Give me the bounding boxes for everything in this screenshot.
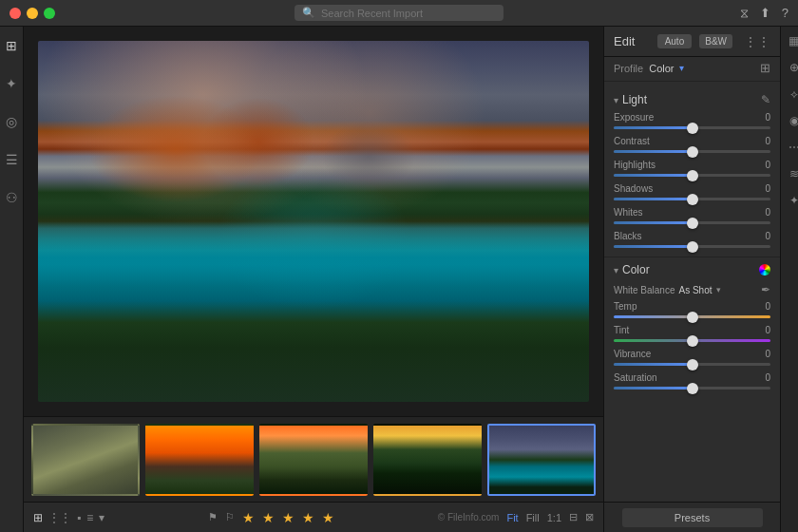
color-section-label: Color	[622, 263, 650, 276]
shadows-track[interactable]	[614, 198, 770, 200]
vibrance-value: 0	[765, 349, 770, 359]
profile-grid-icon[interactable]: ⊞	[760, 61, 770, 75]
titlebar: 🔍 ⧖ ⬆ ?	[0, 0, 798, 27]
adjust-icon[interactable]: ⊕	[789, 61, 799, 74]
photo-viewer	[24, 27, 603, 416]
traffic-lights	[10, 8, 55, 19]
whites-thumb[interactable]	[687, 218, 698, 229]
blacks-thumb[interactable]	[687, 241, 698, 253]
whites-label: Whites	[614, 207, 643, 218]
search-bar[interactable]: 🔍	[294, 5, 504, 21]
saturation-value: 0	[765, 372, 770, 383]
star-5[interactable]: ★	[322, 510, 334, 525]
detail-icon[interactable]: ⟡	[790, 87, 798, 101]
star-2[interactable]: ★	[262, 510, 275, 525]
star-3[interactable]: ★	[282, 510, 294, 525]
profile-label: Profile	[614, 63, 643, 74]
exposure-track[interactable]	[614, 126, 770, 129]
blacks-track[interactable]	[614, 245, 770, 248]
thumbnail-3[interactable]	[259, 424, 368, 496]
temp-thumb[interactable]	[687, 312, 698, 323]
shadows-value: 0	[765, 183, 770, 194]
tint-track[interactable]	[614, 339, 770, 342]
tint-thumb[interactable]	[687, 335, 698, 347]
help-icon[interactable]: ?	[782, 6, 788, 20]
panel-menu-icon[interactable]: ⋮⋮	[744, 34, 770, 49]
bottombar: ⊞ ⋮⋮ ▪ ≡ ▾ ⚑ ⚐ ★ ★ ★ ★ ★ © FileInfo.com …	[24, 502, 603, 532]
sidebar-icon-library[interactable]: ⊞	[0, 34, 23, 57]
view-icon-lg[interactable]: ⊠	[585, 511, 594, 523]
light-edit-icon[interactable]: ✎	[761, 93, 770, 106]
ratio-label[interactable]: 1:1	[547, 512, 561, 523]
color-section-header[interactable]: ▾ Color	[604, 256, 780, 280]
saturation-track[interactable]	[614, 387, 770, 390]
profile-dropdown[interactable]: ▾	[679, 63, 684, 73]
close-button[interactable]	[10, 8, 21, 19]
thumbnail-2[interactable]	[145, 424, 254, 496]
sidebar-icon-people[interactable]: ⚇	[0, 186, 23, 209]
sort-icon[interactable]: ▾	[99, 511, 104, 524]
contrast-track[interactable]	[614, 150, 770, 153]
share-icon[interactable]: ⬆	[760, 6, 770, 20]
grid-view-icon[interactable]: ⊞	[33, 511, 43, 524]
shadows-thumb[interactable]	[687, 194, 698, 205]
grid-small-icon[interactable]: ⋮⋮	[48, 511, 71, 524]
histogram-icon[interactable]: ▦	[788, 34, 798, 48]
search-input[interactable]	[321, 8, 496, 19]
panel-bottom: Presets	[604, 502, 780, 532]
bw-button[interactable]: B&W	[699, 34, 732, 48]
minimize-button[interactable]	[27, 8, 38, 19]
white-balance-row: White Balance As Shot ▾ ✒	[604, 280, 780, 299]
single-view-icon[interactable]: ▪	[77, 511, 81, 524]
shadows-row: Shadows 0	[604, 181, 780, 205]
vibrance-track[interactable]	[614, 363, 770, 366]
right-column: Edit Auto B&W ⋮⋮ Profile Color ▾ ⊞ ▾ Lig…	[603, 27, 798, 532]
thumbnail-5[interactable]	[487, 424, 596, 496]
flag-icon[interactable]: ⚑	[208, 511, 218, 523]
auto-button[interactable]: Auto	[657, 34, 693, 48]
temp-track[interactable]	[614, 315, 770, 318]
filter-icon[interactable]: ⧖	[740, 6, 749, 21]
exposure-thumb[interactable]	[687, 123, 698, 134]
photo-canvas	[38, 41, 589, 402]
contrast-thumb[interactable]	[687, 146, 698, 158]
panel-title: Edit	[614, 34, 635, 48]
effects-icon[interactable]: ✦	[789, 194, 799, 207]
flag-icon-2[interactable]: ⚐	[225, 511, 235, 523]
saturation-thumb[interactable]	[687, 383, 698, 394]
whites-fill	[614, 221, 693, 224]
sidebar-icon-book[interactable]: ☰	[0, 148, 23, 171]
wb-value[interactable]: As Shot	[678, 285, 712, 295]
star-1[interactable]: ★	[242, 510, 255, 525]
center-area: ⊞ ⋮⋮ ▪ ≡ ▾ ⚑ ⚐ ★ ★ ★ ★ ★ © FileInfo.com …	[24, 27, 603, 532]
view-icon-sm[interactable]: ⊟	[569, 511, 578, 523]
highlights-track[interactable]	[614, 174, 770, 177]
hsl-icon[interactable]: ⋯	[788, 141, 799, 154]
lens-icon[interactable]: ◉	[789, 114, 799, 127]
fit-label[interactable]: Fit	[506, 512, 518, 523]
light-section-header[interactable]: ▾ Light ✎	[604, 87, 780, 110]
tint-value: 0	[765, 325, 770, 335]
whites-row: Whites 0	[604, 205, 780, 229]
list-view-icon[interactable]: ≡	[86, 511, 93, 524]
whites-track[interactable]	[614, 221, 770, 224]
light-toggle: ▾	[614, 95, 618, 105]
wb-dropdown[interactable]: ▾	[716, 285, 721, 294]
thumbnail-4[interactable]	[373, 424, 482, 496]
temp-row: Temp 0	[604, 299, 780, 323]
highlights-thumb[interactable]	[687, 170, 698, 181]
main-photo	[38, 41, 589, 402]
main-layout: ⊞ ✦ ◎ ☰ ⚇ ⊞ ⋮⋮ ▪ ≡ ▾	[0, 27, 798, 532]
fill-label[interactable]: Fill	[526, 512, 540, 523]
eyedropper-icon[interactable]: ✒	[761, 283, 770, 296]
thumbnail-1[interactable]	[31, 424, 140, 496]
sidebar-icon-map[interactable]: ◎	[0, 110, 23, 133]
vibrance-row: Vibrance 0	[604, 347, 780, 370]
presets-button[interactable]: Presets	[622, 508, 763, 527]
blacks-row: Blacks 0	[604, 229, 780, 253]
vibrance-thumb[interactable]	[687, 359, 698, 370]
curve-icon[interactable]: ≋	[789, 167, 799, 180]
maximize-button[interactable]	[44, 8, 55, 19]
star-4[interactable]: ★	[302, 510, 314, 525]
sidebar-icon-develop[interactable]: ✦	[0, 72, 23, 95]
